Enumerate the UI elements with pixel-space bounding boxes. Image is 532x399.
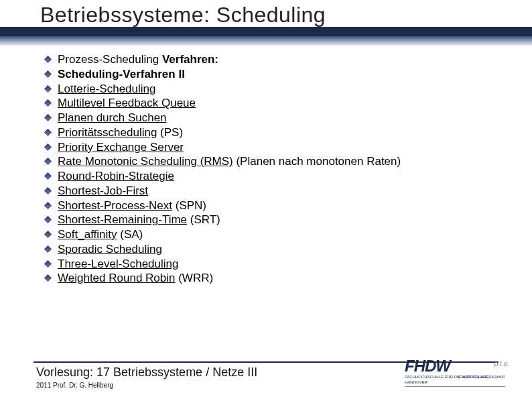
title-bar: Betriebssysteme: Scheduling [0,0,532,40]
list-item-link[interactable]: Priority Exchange Server [58,141,184,154]
list-item: Shortest-Remaining-Time (SRT) [43,213,512,227]
list-item-link[interactable]: Lotterie-Scheduling [58,82,155,95]
list-item-link[interactable]: Shortest-Remaining-Time [58,213,187,226]
content-area: Prozess-Scheduling Verfahren:Scheduling-… [43,52,512,286]
list-item-link[interactable]: Prioritätsscheduling [58,126,157,139]
list-item: Scheduling-Verfahren II [43,67,512,82]
logo-small-text: p.t.o. [494,360,509,367]
slide: Betriebssysteme: Scheduling Prozess-Sche… [0,0,532,399]
list-item: Rate Monotonic Scheduling (RMS) (Planen … [43,154,512,169]
list-item-post: (SRT) [187,213,220,226]
list-item-link[interactable]: Planen durch Suchen [58,111,167,124]
list-item-link[interactable]: Round-Robin-Strategie [58,170,174,182]
footer: Vorlesung: 17 Betriebssysteme / Netze II… [0,361,532,399]
list-item: Priority Exchange Server [43,140,512,155]
footer-text: Vorlesung: 17 Betriebssysteme / Netze II… [36,365,257,380]
footer-course: 17 Betriebssysteme / Netze III [93,365,257,379]
list-item-bold: Scheduling-Verfahren II [58,68,185,80]
logo-sub3: STAATLICH ANERKANNT [458,375,505,379]
list-item-link[interactable]: Multilevel Feedback Queue [58,97,196,109]
list-item-link[interactable]: Weighted Round Robin [58,272,175,284]
list-item-link[interactable]: Shortest-Process-Next [58,199,172,212]
logo-main-text: FHDW [405,359,450,374]
list-item: Three-Level-Scheduling [43,257,512,272]
list-item-link[interactable]: Three-Level-Scheduling [58,258,179,270]
list-item-link[interactable]: Shortest-Job-First [58,184,148,197]
list-item-link[interactable]: Sporadic Scheduling [58,243,162,255]
list-item-post: (SPN) [172,199,206,212]
list-item-post: (Planen nach monotonen Raten) [233,155,401,168]
list-item-post: (PS) [157,126,183,139]
list-item-bold: Verfahren: [162,53,218,66]
title-gradient [0,36,532,46]
footer-sub: 2011 Prof. Dr. G. Hellberg [36,382,113,389]
list-item: Prioritätsscheduling (PS) [43,125,512,140]
list-item: Planen durch Suchen [43,111,512,125]
list-item: Shortest-Job-First [43,184,512,198]
bullet-list: Prozess-Scheduling Verfahren:Scheduling-… [43,52,512,286]
list-item-link[interactable]: Soft_affinity [58,228,117,241]
list-item: Prozess-Scheduling Verfahren: [43,52,512,67]
list-item: Round-Robin-Strategie [43,169,512,184]
list-item: Shortest-Process-Next (SPN) [43,198,512,213]
list-item: Sporadic Scheduling [43,242,512,257]
list-item-link[interactable]: Rate Monotonic Scheduling (RMS) [58,155,233,168]
footer-label: Vorlesung: [36,365,93,379]
list-item-post: (SA) [117,228,143,241]
logo-line [405,386,505,387]
list-item: Soft_affinity (SA) [43,227,512,242]
list-item: Weighted Round Robin (WRR) [43,271,512,286]
list-item: Lotterie-Scheduling [43,82,512,97]
list-item-pre: Prozess-Scheduling [58,53,162,66]
slide-title: Betriebssysteme: Scheduling [40,3,326,27]
list-item: Multilevel Feedback Queue [43,96,512,111]
logo-sub2: HANNOVER [405,380,427,384]
footer-logo: FHDW p.t.o. FACHHOCHSCHULE FÜR DIE WIRTS… [405,359,505,390]
list-item-post: (WRR) [175,272,213,284]
